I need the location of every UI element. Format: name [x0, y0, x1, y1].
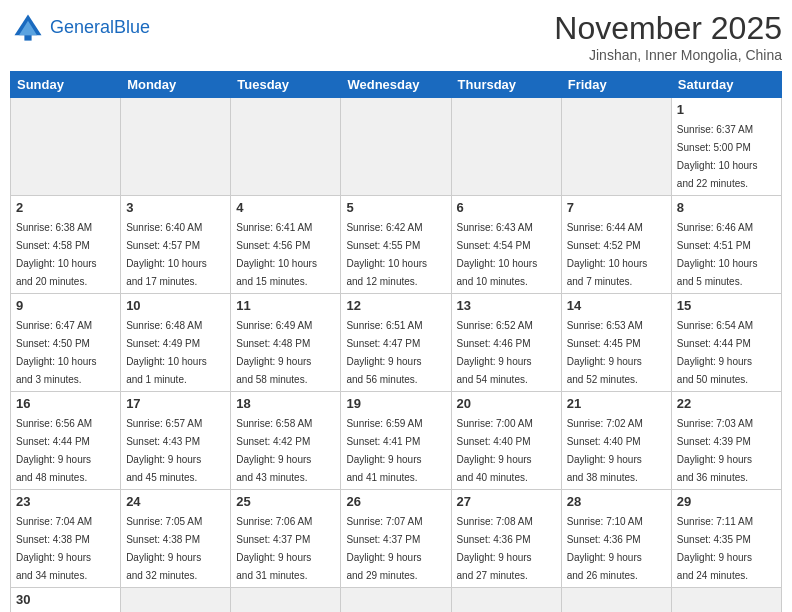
- day-number-14: 14: [567, 298, 666, 313]
- day-3: 3 Sunrise: 6:40 AM Sunset: 4:57 PM Dayli…: [121, 196, 231, 294]
- day-info-13: Sunrise: 6:52 AM Sunset: 4:46 PM Dayligh…: [457, 320, 533, 385]
- day-info-24: Sunrise: 7:05 AM Sunset: 4:38 PM Dayligh…: [126, 516, 202, 581]
- day-info-6: Sunrise: 6:43 AM Sunset: 4:54 PM Dayligh…: [457, 222, 538, 287]
- day-number-17: 17: [126, 396, 225, 411]
- calendar: Sunday Monday Tuesday Wednesday Thursday…: [10, 71, 782, 612]
- page: GeneralBlue November 2025 Jinshan, Inner…: [0, 0, 792, 612]
- day-info-26: Sunrise: 7:07 AM Sunset: 4:37 PM Dayligh…: [346, 516, 422, 581]
- day-info-23: Sunrise: 7:04 AM Sunset: 4:38 PM Dayligh…: [16, 516, 92, 581]
- day-info-11: Sunrise: 6:49 AM Sunset: 4:48 PM Dayligh…: [236, 320, 312, 385]
- week-row-2: 2 Sunrise: 6:38 AM Sunset: 4:58 PM Dayli…: [11, 196, 782, 294]
- week-row-1: 1 Sunrise: 6:37 AM Sunset: 5:00 PM Dayli…: [11, 98, 782, 196]
- day-info-7: Sunrise: 6:44 AM Sunset: 4:52 PM Dayligh…: [567, 222, 648, 287]
- day-number-10: 10: [126, 298, 225, 313]
- day-info-8: Sunrise: 6:46 AM Sunset: 4:51 PM Dayligh…: [677, 222, 758, 287]
- header-saturday: Saturday: [671, 72, 781, 98]
- day-number-5: 5: [346, 200, 445, 215]
- day-1: 1 Sunrise: 6:37 AM Sunset: 5:00 PM Dayli…: [671, 98, 781, 196]
- day-number-6: 6: [457, 200, 556, 215]
- day-28: 28 Sunrise: 7:10 AM Sunset: 4:36 PM Dayl…: [561, 490, 671, 588]
- empty-cell-r6-3: [231, 588, 341, 613]
- empty-cell: [11, 98, 121, 196]
- empty-cell-r6-5: [451, 588, 561, 613]
- location-subtitle: Jinshan, Inner Mongolia, China: [554, 47, 782, 63]
- day-24: 24 Sunrise: 7:05 AM Sunset: 4:38 PM Dayl…: [121, 490, 231, 588]
- day-number-21: 21: [567, 396, 666, 411]
- month-title: November 2025: [554, 10, 782, 47]
- header: GeneralBlue November 2025 Jinshan, Inner…: [10, 10, 782, 63]
- day-number-28: 28: [567, 494, 666, 509]
- day-info-16: Sunrise: 6:56 AM Sunset: 4:44 PM Dayligh…: [16, 418, 92, 483]
- day-6: 6 Sunrise: 6:43 AM Sunset: 4:54 PM Dayli…: [451, 196, 561, 294]
- day-number-12: 12: [346, 298, 445, 313]
- header-sunday: Sunday: [11, 72, 121, 98]
- day-info-20: Sunrise: 7:00 AM Sunset: 4:40 PM Dayligh…: [457, 418, 533, 483]
- header-thursday: Thursday: [451, 72, 561, 98]
- day-number-23: 23: [16, 494, 115, 509]
- day-number-4: 4: [236, 200, 335, 215]
- svg-rect-2: [24, 35, 31, 40]
- day-number-16: 16: [16, 396, 115, 411]
- day-number-8: 8: [677, 200, 776, 215]
- day-18: 18 Sunrise: 6:58 AM Sunset: 4:42 PM Dayl…: [231, 392, 341, 490]
- day-9: 9 Sunrise: 6:47 AM Sunset: 4:50 PM Dayli…: [11, 294, 121, 392]
- day-info-2: Sunrise: 6:38 AM Sunset: 4:58 PM Dayligh…: [16, 222, 97, 287]
- logo-blue: Blue: [114, 17, 150, 37]
- day-15: 15 Sunrise: 6:54 AM Sunset: 4:44 PM Dayl…: [671, 294, 781, 392]
- day-20: 20 Sunrise: 7:00 AM Sunset: 4:40 PM Dayl…: [451, 392, 561, 490]
- day-number-3: 3: [126, 200, 225, 215]
- day-number-15: 15: [677, 298, 776, 313]
- day-22: 22 Sunrise: 7:03 AM Sunset: 4:39 PM Dayl…: [671, 392, 781, 490]
- day-4: 4 Sunrise: 6:41 AM Sunset: 4:56 PM Dayli…: [231, 196, 341, 294]
- day-13: 13 Sunrise: 6:52 AM Sunset: 4:46 PM Dayl…: [451, 294, 561, 392]
- empty-cell-r6-6: [561, 588, 671, 613]
- day-29: 29 Sunrise: 7:11 AM Sunset: 4:35 PM Dayl…: [671, 490, 781, 588]
- day-21: 21 Sunrise: 7:02 AM Sunset: 4:40 PM Dayl…: [561, 392, 671, 490]
- day-12: 12 Sunrise: 6:51 AM Sunset: 4:47 PM Dayl…: [341, 294, 451, 392]
- day-info-12: Sunrise: 6:51 AM Sunset: 4:47 PM Dayligh…: [346, 320, 422, 385]
- header-tuesday: Tuesday: [231, 72, 341, 98]
- day-info-22: Sunrise: 7:03 AM Sunset: 4:39 PM Dayligh…: [677, 418, 753, 483]
- day-number-7: 7: [567, 200, 666, 215]
- empty-cell-r6-4: [341, 588, 451, 613]
- header-wednesday: Wednesday: [341, 72, 451, 98]
- empty-cell: [341, 98, 451, 196]
- day-11: 11 Sunrise: 6:49 AM Sunset: 4:48 PM Dayl…: [231, 294, 341, 392]
- day-5: 5 Sunrise: 6:42 AM Sunset: 4:55 PM Dayli…: [341, 196, 451, 294]
- day-16: 16 Sunrise: 6:56 AM Sunset: 4:44 PM Dayl…: [11, 392, 121, 490]
- empty-cell: [121, 98, 231, 196]
- day-number-24: 24: [126, 494, 225, 509]
- day-17: 17 Sunrise: 6:57 AM Sunset: 4:43 PM Dayl…: [121, 392, 231, 490]
- day-info-9: Sunrise: 6:47 AM Sunset: 4:50 PM Dayligh…: [16, 320, 97, 385]
- day-2: 2 Sunrise: 6:38 AM Sunset: 4:58 PM Dayli…: [11, 196, 121, 294]
- day-info-17: Sunrise: 6:57 AM Sunset: 4:43 PM Dayligh…: [126, 418, 202, 483]
- day-number-20: 20: [457, 396, 556, 411]
- day-info-19: Sunrise: 6:59 AM Sunset: 4:41 PM Dayligh…: [346, 418, 422, 483]
- day-25: 25 Sunrise: 7:06 AM Sunset: 4:37 PM Dayl…: [231, 490, 341, 588]
- day-info-29: Sunrise: 7:11 AM Sunset: 4:35 PM Dayligh…: [677, 516, 753, 581]
- day-number-30: 30: [16, 592, 115, 607]
- day-19: 19 Sunrise: 6:59 AM Sunset: 4:41 PM Dayl…: [341, 392, 451, 490]
- day-info-27: Sunrise: 7:08 AM Sunset: 4:36 PM Dayligh…: [457, 516, 533, 581]
- header-monday: Monday: [121, 72, 231, 98]
- day-number-13: 13: [457, 298, 556, 313]
- day-number-26: 26: [346, 494, 445, 509]
- empty-cell-r6-2: [121, 588, 231, 613]
- day-number-27: 27: [457, 494, 556, 509]
- day-info-25: Sunrise: 7:06 AM Sunset: 4:37 PM Dayligh…: [236, 516, 312, 581]
- day-number-1: 1: [677, 102, 776, 117]
- day-number-11: 11: [236, 298, 335, 313]
- day-info-21: Sunrise: 7:02 AM Sunset: 4:40 PM Dayligh…: [567, 418, 643, 483]
- logo: GeneralBlue: [10, 10, 150, 46]
- week-row-5: 23 Sunrise: 7:04 AM Sunset: 4:38 PM Dayl…: [11, 490, 782, 588]
- day-10: 10 Sunrise: 6:48 AM Sunset: 4:49 PM Dayl…: [121, 294, 231, 392]
- day-number-9: 9: [16, 298, 115, 313]
- day-14: 14 Sunrise: 6:53 AM Sunset: 4:45 PM Dayl…: [561, 294, 671, 392]
- day-8: 8 Sunrise: 6:46 AM Sunset: 4:51 PM Dayli…: [671, 196, 781, 294]
- day-info-1: Sunrise: 6:37 AM Sunset: 5:00 PM Dayligh…: [677, 124, 758, 189]
- empty-cell: [231, 98, 341, 196]
- logo-icon: [10, 10, 46, 46]
- day-number-19: 19: [346, 396, 445, 411]
- logo-text: GeneralBlue: [50, 18, 150, 38]
- week-row-4: 16 Sunrise: 6:56 AM Sunset: 4:44 PM Dayl…: [11, 392, 782, 490]
